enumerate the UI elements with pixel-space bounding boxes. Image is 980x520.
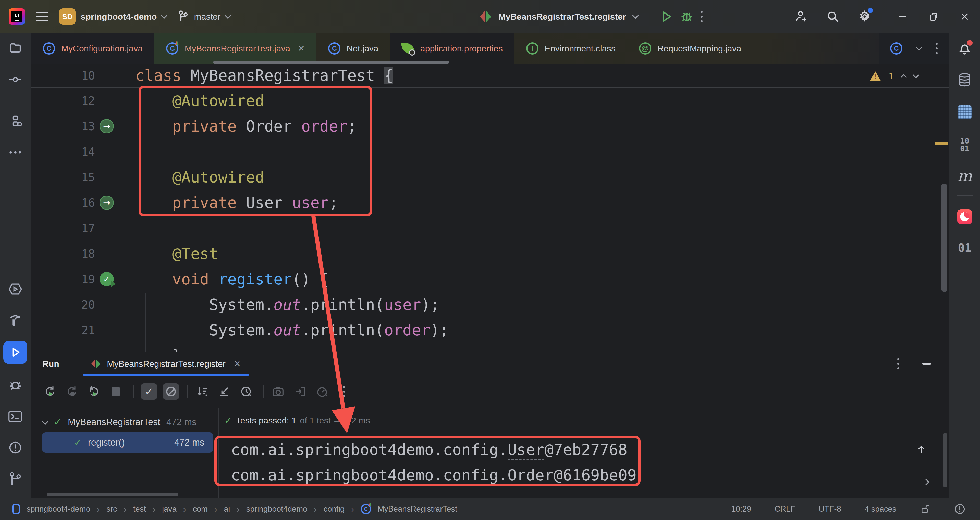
project-widget[interactable]: SD springboot4-demo <box>59 8 166 25</box>
git-tool-window-icon[interactable] <box>9 472 22 486</box>
structure-icon[interactable] <box>8 114 22 128</box>
spring-bean-icon[interactable]: → <box>100 195 114 210</box>
branch-widget[interactable]: master <box>178 10 230 23</box>
snapshot-camera-icon[interactable] <box>271 384 285 399</box>
show-ignored-icon[interactable] <box>163 384 179 400</box>
breadcrumb-item[interactable]: MyBeansRegistrarTest <box>378 504 457 514</box>
tab-options-kebab-icon[interactable] <box>935 43 938 54</box>
close-run-tab-icon[interactable]: ✕ <box>234 359 241 369</box>
indent-setting[interactable]: 4 spaces <box>865 504 896 514</box>
toggle-auto-test-icon[interactable] <box>87 384 101 399</box>
tab-environment[interactable]: I Environment.class <box>514 33 627 64</box>
export-test-results-icon[interactable] <box>293 384 307 399</box>
tab-net[interactable]: C Net.java <box>317 33 390 64</box>
inspections-widget[interactable]: 1 <box>870 68 918 85</box>
close-tab-icon[interactable]: ✕ <box>298 44 305 53</box>
code-text[interactable]: } <box>121 347 181 352</box>
run-tool-window-icon[interactable] <box>3 341 27 364</box>
tab-requestmapping[interactable]: @ RequestMapping.java <box>627 33 753 64</box>
tab-myconfiguration[interactable]: C MyConfiguration.java <box>31 33 154 64</box>
caret-position[interactable]: 10:29 <box>732 504 751 514</box>
notifications-bell-icon[interactable] <box>958 41 972 55</box>
sort-by-duration-clock-icon[interactable] <box>239 384 253 399</box>
breadcrumb-item[interactable]: java <box>162 504 177 514</box>
spring-bean-icon[interactable]: → <box>100 119 114 133</box>
test-tree-row-selected[interactable]: ✓ register() 472 ms <box>42 432 213 453</box>
code-text[interactable]: @Autowired <box>121 168 264 186</box>
run-config-name[interactable]: MyBeansRegistrarTest.register <box>498 12 626 22</box>
gutter-slot[interactable]: → <box>95 195 121 210</box>
console-class-link[interactable]: Order <box>508 466 554 486</box>
maven-icon[interactable]: m <box>957 167 972 185</box>
line-number[interactable]: 16 <box>31 196 95 209</box>
search-icon[interactable] <box>826 10 840 24</box>
restore-icon[interactable] <box>928 11 939 22</box>
lock-open-icon[interactable] <box>920 504 931 514</box>
debug-bug-icon[interactable] <box>680 10 694 23</box>
breadcrumb-item[interactable]: test <box>133 504 146 514</box>
code-text[interactable]: class MyBeansRegistrarTest { <box>121 67 393 84</box>
line-number[interactable]: 21 <box>31 324 95 337</box>
minimize-icon[interactable] <box>897 11 907 22</box>
collapse-chevron-icon[interactable] <box>42 418 48 425</box>
breadcrumb-item[interactable]: src <box>107 504 117 514</box>
line-ending[interactable]: CRLF <box>775 504 795 514</box>
code-text[interactable]: @Autowired <box>121 92 264 109</box>
code-editor[interactable]: 10class MyBeansRegistrarTest { 12 @Autow… <box>31 64 949 352</box>
console-output[interactable]: com.ai.springboot4demo.config.User@7eb27… <box>219 437 949 488</box>
problems-icon[interactable] <box>8 441 22 455</box>
test-passed-icon[interactable]: ✓ <box>100 272 114 286</box>
line-number[interactable]: 18 <box>31 247 95 260</box>
add-user-icon[interactable] <box>794 10 808 24</box>
zero-one-icon[interactable]: 01 <box>958 241 972 254</box>
close-icon[interactable] <box>959 11 970 22</box>
plugin-moon-icon[interactable] <box>957 209 972 224</box>
code-text[interactable]: System.out.println(user); <box>121 296 439 314</box>
code-text[interactable]: @Test <box>121 245 218 263</box>
line-number[interactable]: 15 <box>31 171 95 184</box>
console-class-link[interactable]: User <box>508 441 545 460</box>
console-scrollbar[interactable] <box>943 433 947 487</box>
project-folder-icon[interactable] <box>8 41 22 55</box>
file-encoding[interactable]: UTF-8 <box>819 504 841 514</box>
tab-bar-scrollbar[interactable] <box>213 61 449 64</box>
line-number[interactable]: 19 <box>31 273 95 286</box>
debug-tool-window-icon[interactable] <box>8 378 22 392</box>
error-stripe-warning-mark[interactable] <box>935 142 948 145</box>
line-number[interactable]: 12 <box>31 94 95 107</box>
breadcrumb-item[interactable]: com <box>192 504 208 514</box>
problems-circle-icon[interactable] <box>954 503 966 515</box>
settings-gear-icon[interactable] <box>858 10 872 24</box>
more-ellipsis-icon[interactable] <box>8 150 22 155</box>
editor-scrollbar[interactable] <box>941 184 947 292</box>
gutter-slot[interactable]: → <box>95 119 121 133</box>
code-text[interactable]: private User user; <box>121 194 338 212</box>
test-console[interactable]: ✓ Tests passed: 1 of 1 test – 472 ms com… <box>219 408 949 498</box>
code-text[interactable]: private Order order; <box>121 117 356 135</box>
binary-view-icon[interactable] <box>958 105 972 119</box>
hide-panel-icon[interactable] <box>922 363 931 365</box>
code-text[interactable]: System.out.println(order); <box>121 321 449 339</box>
breadcrumb-item[interactable]: springboot4demo <box>246 504 307 514</box>
class-icon-button[interactable]: C <box>890 42 902 55</box>
more-kebab-icon[interactable] <box>337 384 351 399</box>
breadcrumb-item[interactable]: springboot4-demo <box>27 504 90 514</box>
breadcrumb-item[interactable]: config <box>324 504 345 514</box>
tab-mybeansregistrartest[interactable]: C MyBeansRegistrarTest.java ✕ <box>154 33 317 64</box>
coverage-gauge-icon[interactable] <box>315 384 329 399</box>
line-number[interactable]: 10 <box>31 69 95 82</box>
rerun-failed-icon[interactable] <box>65 384 79 399</box>
main-menu-hamburger-icon[interactable] <box>36 12 48 21</box>
test-tree-row-root[interactable]: ✓ MyBeansRegistrarTest 472 ms <box>31 412 218 432</box>
breadcrumb-item[interactable]: ai <box>224 504 230 514</box>
chevron-down-icon[interactable] <box>632 12 638 19</box>
services-icon[interactable] <box>8 283 22 295</box>
sort-list-icon[interactable] <box>195 384 209 399</box>
hide-tabs-chevron-icon[interactable] <box>916 44 922 51</box>
line-number[interactable]: 13 <box>31 120 95 133</box>
rerun-icon[interactable] <box>43 384 57 399</box>
stop-icon[interactable] <box>109 384 123 399</box>
scroll-to-top-icon[interactable] <box>916 444 927 455</box>
line-number[interactable]: 20 <box>31 298 95 311</box>
show-passed-check-icon[interactable]: ✓ <box>141 384 157 400</box>
